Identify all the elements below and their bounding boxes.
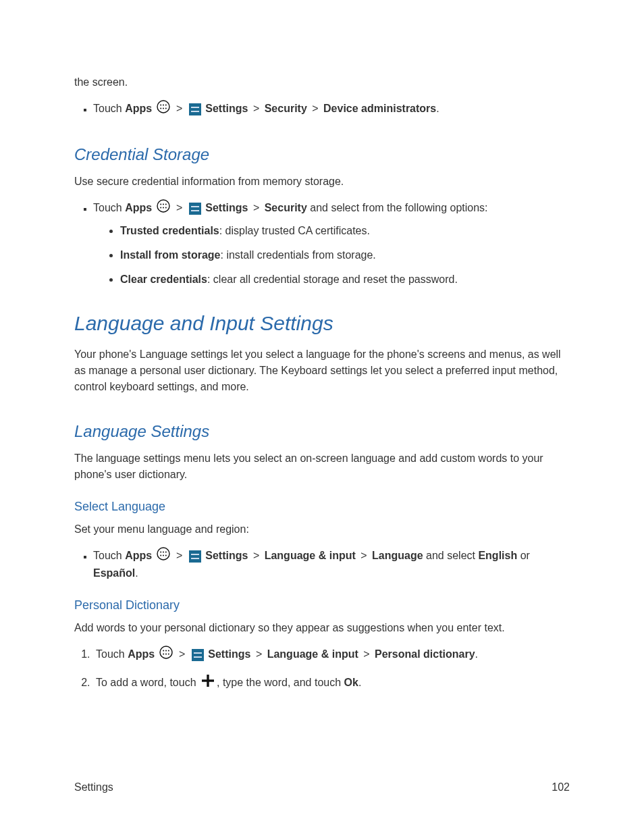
settings-icon bbox=[192, 649, 204, 661]
svg-point-27 bbox=[167, 654, 169, 655]
plus-icon bbox=[200, 673, 215, 693]
settings-label: Settings bbox=[205, 202, 248, 213]
svg-point-0 bbox=[157, 101, 169, 113]
english-label: English bbox=[478, 550, 517, 561]
language-input-label: Language & input bbox=[267, 648, 358, 660]
text: . bbox=[358, 677, 361, 688]
svg-point-22 bbox=[163, 650, 164, 652]
svg-point-11 bbox=[160, 207, 161, 209]
svg-point-24 bbox=[167, 650, 169, 652]
svg-point-13 bbox=[165, 207, 166, 209]
credential-intro: Use secure credential information from m… bbox=[74, 174, 570, 190]
security-label: Security bbox=[265, 202, 307, 213]
language-settings-heading: Language Settings bbox=[74, 419, 570, 444]
text: Touch bbox=[93, 550, 125, 561]
breadcrumb-separator: > bbox=[253, 550, 259, 561]
breadcrumb-separator: > bbox=[360, 550, 367, 561]
svg-point-8 bbox=[160, 204, 161, 205]
footer-section-name: Settings bbox=[74, 781, 113, 793]
footer-page-number: 102 bbox=[552, 781, 570, 793]
personal-dictionary-intro: Add words to your personal dictionary so… bbox=[74, 620, 570, 636]
svg-point-1 bbox=[160, 105, 161, 106]
svg-point-5 bbox=[163, 108, 164, 109]
text: : install credentials from storage. bbox=[220, 249, 375, 261]
text: : clear all credential storage and reset… bbox=[207, 273, 458, 285]
svg-point-7 bbox=[157, 200, 169, 212]
breadcrumb-separator: > bbox=[176, 202, 182, 213]
settings-icon bbox=[189, 203, 201, 215]
svg-point-12 bbox=[163, 207, 164, 209]
credential-storage-heading: Credential Storage bbox=[74, 142, 570, 167]
breadcrumb-separator: > bbox=[253, 103, 259, 114]
settings-label: Settings bbox=[205, 103, 248, 114]
personal-dictionary-label: Personal dictionary bbox=[375, 648, 475, 660]
svg-point-17 bbox=[165, 552, 166, 553]
svg-point-2 bbox=[163, 105, 164, 106]
page-footer: Settings 102 bbox=[74, 781, 570, 793]
text: . bbox=[436, 103, 439, 114]
list-item: Touch Apps > Settings > Security and sel… bbox=[93, 199, 570, 288]
breadcrumb-separator: > bbox=[312, 103, 318, 114]
text: Touch bbox=[93, 103, 125, 114]
text: or bbox=[517, 550, 530, 561]
list-item: Install from storage: install credential… bbox=[120, 247, 570, 263]
text: . bbox=[135, 567, 138, 579]
svg-point-15 bbox=[160, 552, 161, 553]
list-item: Clear credentials: clear all credential … bbox=[120, 271, 570, 288]
breadcrumb-separator: > bbox=[179, 648, 185, 660]
language-input-label: Language & input bbox=[265, 550, 356, 561]
ok-label: Ok bbox=[344, 677, 358, 688]
list-item: Touch Apps > Settings > Language & input… bbox=[93, 646, 570, 664]
svg-point-25 bbox=[163, 654, 164, 655]
apps-grid-icon bbox=[159, 646, 173, 664]
svg-point-10 bbox=[165, 204, 166, 205]
breadcrumb-separator: > bbox=[363, 648, 369, 660]
espanol-label: Español bbox=[93, 567, 135, 579]
option-label: Trusted credentials bbox=[120, 225, 219, 236]
breadcrumb-separator: > bbox=[176, 550, 182, 561]
apps-label: Apps bbox=[125, 103, 152, 114]
svg-point-20 bbox=[165, 555, 166, 556]
credential-options-list: Trusted credentials: display trusted CA … bbox=[93, 223, 570, 288]
language-label: Language bbox=[372, 550, 423, 561]
text: , type the word, and touch bbox=[217, 677, 344, 688]
security-label: Security bbox=[265, 103, 307, 114]
language-input-heading: Language and Input Settings bbox=[74, 308, 570, 338]
apps-grid-icon bbox=[157, 547, 170, 565]
select-language-heading: Select Language bbox=[74, 498, 570, 516]
svg-point-19 bbox=[163, 555, 164, 556]
breadcrumb-separator: > bbox=[256, 648, 262, 660]
settings-label: Settings bbox=[205, 550, 248, 561]
svg-point-4 bbox=[160, 108, 161, 109]
document-page: the screen. Touch Apps > Settings > Secu… bbox=[0, 0, 644, 834]
text: Touch bbox=[93, 202, 125, 213]
list-item: Trusted credentials: display trusted CA … bbox=[120, 223, 570, 239]
personal-dictionary-steps: Touch Apps > Settings > Language & input… bbox=[74, 646, 570, 693]
apps-label: Apps bbox=[128, 648, 155, 660]
breadcrumb-separator: > bbox=[253, 202, 259, 213]
svg-point-18 bbox=[160, 555, 161, 556]
language-input-intro: Your phone's Language settings let you s… bbox=[74, 346, 570, 395]
text: and select bbox=[423, 550, 479, 561]
select-language-intro: Set your menu language and region: bbox=[74, 521, 570, 538]
personal-dictionary-heading: Personal Dictionary bbox=[74, 596, 570, 615]
svg-point-14 bbox=[157, 548, 169, 560]
text: and select from the following options: bbox=[307, 202, 488, 213]
page-content: the screen. Touch Apps > Settings > Secu… bbox=[74, 74, 570, 693]
svg-point-23 bbox=[165, 650, 167, 652]
svg-point-16 bbox=[163, 552, 164, 553]
language-settings-intro: The language settings menu lets you sele… bbox=[74, 450, 570, 483]
apps-grid-icon bbox=[157, 199, 170, 217]
text: Touch bbox=[96, 648, 128, 660]
svg-point-3 bbox=[165, 105, 166, 106]
option-label: Clear credentials bbox=[120, 273, 207, 285]
list-item: Touch Apps > Settings > Security > Devic… bbox=[93, 100, 570, 118]
text: : display trusted CA certificates. bbox=[219, 225, 370, 236]
svg-point-6 bbox=[165, 108, 166, 109]
orphan-line: the screen. bbox=[74, 74, 570, 90]
credential-nav-list: Touch Apps > Settings > Security and sel… bbox=[74, 199, 570, 288]
settings-icon bbox=[189, 550, 201, 563]
select-language-nav-list: Touch Apps > Settings > Language & input… bbox=[74, 547, 570, 581]
option-label: Install from storage bbox=[120, 249, 220, 261]
settings-label: Settings bbox=[208, 648, 250, 660]
